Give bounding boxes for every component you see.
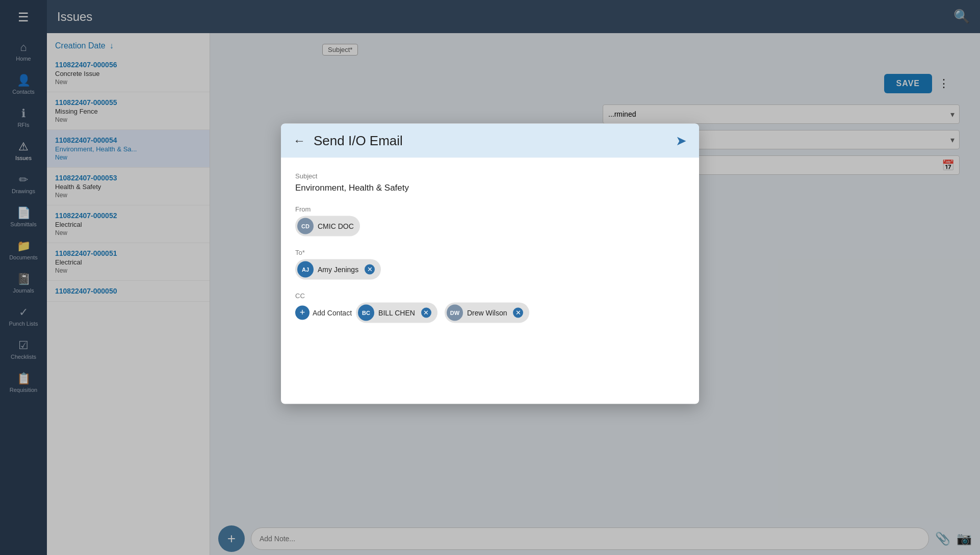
add-contact-icon: + — [295, 305, 310, 320]
cc-section: CC + Add Contact BC BILL CHEN ✕ DW Drew … — [295, 292, 685, 323]
modal-title: Send I/O Email — [314, 133, 667, 148]
modal-send-button[interactable]: ➤ — [676, 133, 687, 148]
from-section: From CD CMIC DOC — [295, 205, 685, 236]
send-email-modal: ← Send I/O Email ➤ Subject Environment, … — [281, 123, 699, 404]
subject-label: Subject — [295, 172, 685, 179]
avatar: AJ — [297, 261, 314, 277]
from-chip: CD CMIC DOC — [295, 216, 360, 236]
modal-header: ← Send I/O Email ➤ — [281, 123, 699, 157]
recipient-chip: AJ Amy Jenings ✕ — [295, 259, 381, 279]
to-recipients: AJ Amy Jenings ✕ — [295, 259, 685, 279]
recipient-name: Amy Jenings — [318, 265, 358, 273]
cc-chip: DW Drew Wilson ✕ — [445, 302, 530, 323]
cc-name: Drew Wilson — [467, 308, 507, 316]
cc-name: BILL CHEN — [378, 308, 415, 316]
subject-section: Subject Environment, Health & Safety — [295, 172, 685, 193]
subject-value: Environment, Health & Safety — [295, 182, 685, 193]
remove-cc-button[interactable]: ✕ — [421, 307, 431, 318]
add-contact-label: Add Contact — [313, 308, 352, 316]
to-label: To* — [295, 248, 685, 256]
from-label: From — [295, 205, 685, 213]
avatar: BC — [358, 304, 374, 321]
cc-recipients: + Add Contact BC BILL CHEN ✕ DW Drew Wil… — [295, 302, 685, 323]
remove-cc-button[interactable]: ✕ — [513, 307, 523, 318]
avatar: DW — [447, 304, 463, 321]
to-section: To* AJ Amy Jenings ✕ — [295, 248, 685, 279]
from-name: CMIC DOC — [318, 222, 354, 230]
remove-recipient-button[interactable]: ✕ — [365, 264, 375, 274]
modal-body: Subject Environment, Health & Safety Fro… — [281, 157, 699, 349]
avatar: CD — [297, 218, 314, 234]
cc-label: CC — [295, 292, 685, 299]
add-contact-button[interactable]: + Add Contact — [295, 305, 352, 320]
cc-chip: BC BILL CHEN ✕ — [356, 302, 437, 323]
modal-back-button[interactable]: ← — [293, 134, 305, 148]
